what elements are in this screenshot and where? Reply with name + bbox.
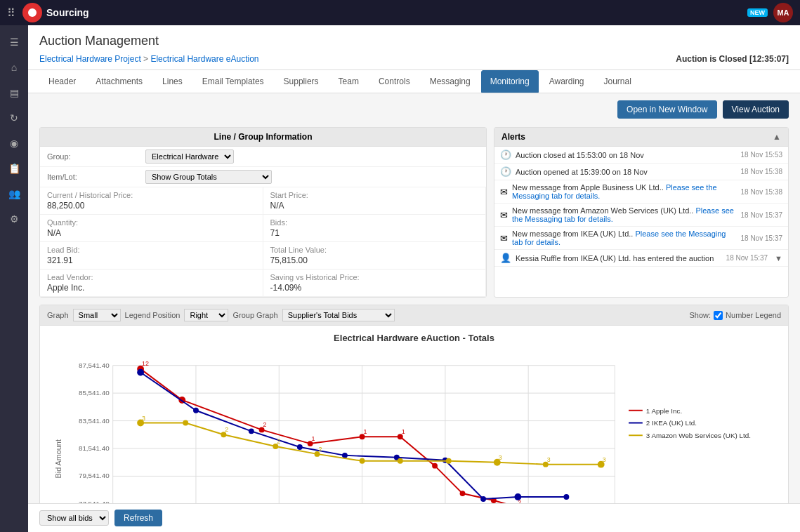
item-lot-select[interactable]: Show Group Totals: [145, 170, 272, 184]
group-graph-label: Group Graph: [232, 311, 277, 319]
alert-item-6: 👤 Kessia Ruffle from IKEA (UK) Ltd. has …: [494, 250, 788, 267]
number-legend-checkbox[interactable]: [714, 311, 723, 320]
lead-vendor-label: Lead Vendor:: [47, 273, 256, 281]
bottom-bar: Show all bids Refresh: [28, 503, 800, 532]
alert-text-6: Kessia Ruffle from IKEA (UK) Ltd. has en…: [516, 254, 722, 262]
tab-attachments[interactable]: Attachments: [86, 70, 152, 93]
tab-monitoring[interactable]: Monitoring: [481, 70, 539, 93]
bids-value: 71: [270, 228, 479, 238]
svg-point-32: [460, 491, 466, 496]
item-lot-label: Item/Lot:: [47, 173, 145, 181]
auction-status: Auction is Closed [12:35:07]: [676, 54, 789, 64]
apps-icon[interactable]: ⠿: [7, 6, 15, 20]
scroll-up-icon[interactable]: ▲: [773, 132, 781, 142]
user-enter-icon: 👤: [500, 253, 511, 263]
alert-text-1: Auction closed at 15:53:00 on 18 Nov: [516, 151, 737, 159]
scroll-down-icon[interactable]: ▼: [775, 254, 782, 262]
tab-journal[interactable]: Journal: [595, 70, 641, 93]
total-line-cell: Total Line Value: 75,815.00: [263, 242, 487, 270]
svg-text:3: 3: [603, 456, 606, 463]
alert-time-3: 18 Nov 15:38: [741, 188, 783, 196]
page-title: Auction Management: [39, 34, 789, 48]
item-lot-row: Item/Lot: Show Group Totals: [40, 167, 486, 187]
saving-cell: Saving vs Historical Price: -14.09%: [263, 270, 487, 297]
panels: Line / Group Information Group: Electric…: [39, 127, 789, 298]
svg-text:3: 3: [142, 415, 145, 422]
tab-lines[interactable]: Lines: [153, 70, 192, 93]
alert-item-5: ✉ New message from IKEA (UK) Ltd.. Pleas…: [494, 227, 788, 250]
sidebar-icon-folder[interactable]: ▤: [3, 81, 25, 104]
legend-pos-select[interactable]: RightLeftBottom: [184, 309, 228, 321]
lead-bid-label: Lead Bid:: [47, 246, 256, 254]
sidebar-icon-book[interactable]: 📋: [3, 157, 25, 180]
show-bids-select[interactable]: Show all bids: [39, 510, 109, 526]
lead-vendor-value: Apple Inc.: [47, 283, 256, 293]
tab-awarding[interactable]: Awarding: [540, 70, 594, 93]
data-grid: Current / Historical Price: 88,250.00 St…: [40, 187, 486, 297]
group-label: Group:: [47, 152, 145, 161]
svg-point-31: [432, 463, 438, 469]
svg-point-58: [360, 458, 365, 464]
sidebar-icon-people[interactable]: 👥: [3, 182, 25, 205]
alert-text-5: New message from IKEA (UK) Ltd.. Please …: [512, 230, 737, 246]
tab-email-templates[interactable]: Email Templates: [193, 70, 273, 93]
graph-label: Graph: [47, 311, 69, 319]
app-title: Sourcing: [46, 7, 747, 18]
alert-item-2: 🕐 Auction opened at 15:39:00 on 18 Nov 1…: [494, 164, 788, 180]
graph-size-select[interactable]: SmallMediumLarge: [73, 309, 121, 321]
alerts-panel: Alerts ▲ 🕐 Auction closed at 15:53:00 on…: [494, 127, 789, 298]
group-graph-select[interactable]: Supplier's Total Bids: [282, 309, 395, 321]
alert-time-6: 18 Nov 15:37: [726, 254, 768, 262]
breadcrumb-auction[interactable]: Electrical Hardware eAuction: [150, 54, 258, 64]
svg-point-54: [183, 420, 188, 426]
alert-text-4: New message from Amazon Web Services (UK…: [512, 206, 737, 223]
svg-text:2: 2: [277, 438, 280, 445]
svg-point-46: [297, 444, 303, 450]
sidebar-icon-settings[interactable]: ⚙: [3, 208, 25, 230]
tab-controls[interactable]: Controls: [369, 70, 419, 93]
total-line-label: Total Line Value:: [270, 246, 479, 254]
svg-point-59: [398, 458, 403, 464]
new-badge: NEW: [747, 8, 768, 17]
messaging-link-2[interactable]: Please see the Messaging tab for details…: [512, 206, 734, 223]
lead-bid-value: 321.91: [47, 255, 256, 265]
svg-point-52: [563, 494, 569, 500]
sidebar-icon-menu[interactable]: ☰: [3, 31, 25, 53]
sidebar-icon-refresh[interactable]: ↻: [3, 107, 25, 129]
tab-header[interactable]: Header: [39, 70, 85, 93]
bids-label: Bids:: [270, 218, 479, 227]
view-auction-button[interactable]: View Auction: [723, 100, 789, 119]
svg-text:12: 12: [142, 360, 149, 367]
svg-text:2 IKEA (UK) Ltd.: 2 IKEA (UK) Ltd.: [646, 419, 697, 427]
svg-text:79,541.40: 79,541.40: [79, 472, 110, 479]
tab-suppliers[interactable]: Suppliers: [275, 70, 328, 93]
clock-icon-2: 🕐: [500, 166, 511, 177]
alert-text-3: New message from Apple Business UK Ltd..…: [512, 183, 737, 200]
alert-time-5: 18 Nov 15:37: [741, 234, 783, 242]
messaging-link-3[interactable]: Please see the Messaging tab for details…: [512, 230, 726, 246]
tab-team[interactable]: Team: [329, 70, 368, 93]
chart-svg: Bid Amount 87,541.40 85,541.40 83,541.40…: [47, 347, 781, 503]
open-in-new-window-button[interactable]: Open in New Window: [617, 100, 716, 119]
sidebar-icon-user[interactable]: ◉: [3, 132, 25, 154]
avatar[interactable]: MA: [773, 3, 793, 22]
svg-text:1 Apple Inc.: 1 Apple Inc.: [646, 407, 682, 415]
tab-messaging[interactable]: Messaging: [421, 70, 480, 93]
alerts-header: Alerts ▲: [494, 128, 788, 147]
svg-point-51: [514, 493, 521, 500]
show-options: Show: Number Legend: [690, 311, 781, 320]
svg-text:2: 2: [318, 446, 322, 453]
sidebar-icon-home[interactable]: ⌂: [3, 56, 25, 79]
svg-text:2: 2: [225, 426, 228, 433]
saving-label: Saving vs Historical Price:: [270, 273, 479, 281]
refresh-button[interactable]: Refresh: [114, 510, 162, 526]
svg-text:3: 3: [547, 456, 551, 463]
bids-cell: Bids: 71: [263, 215, 487, 242]
saving-value: -14.09%: [270, 283, 479, 293]
messaging-link-1[interactable]: Please see the Messaging tab for details…: [512, 183, 717, 200]
show-label: Show:: [690, 311, 712, 319]
group-select[interactable]: Electrical Hardware: [145, 149, 234, 164]
breadcrumb-project[interactable]: Electrical Hardware Project: [39, 54, 141, 64]
svg-point-43: [137, 369, 144, 376]
breadcrumb[interactable]: Electrical Hardware Project > Electrical…: [39, 54, 258, 64]
